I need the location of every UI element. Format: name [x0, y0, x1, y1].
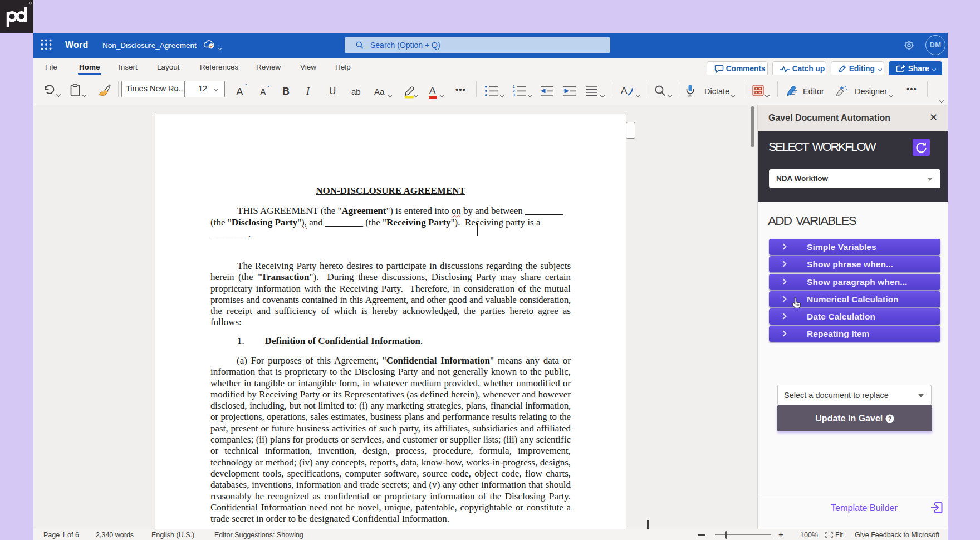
svg-text:?: ? — [888, 415, 891, 422]
svg-text:2: 2 — [513, 89, 515, 93]
svg-text:1: 1 — [513, 85, 515, 89]
svg-text:3: 3 — [513, 93, 515, 97]
svg-text:R: R — [30, 2, 32, 4]
